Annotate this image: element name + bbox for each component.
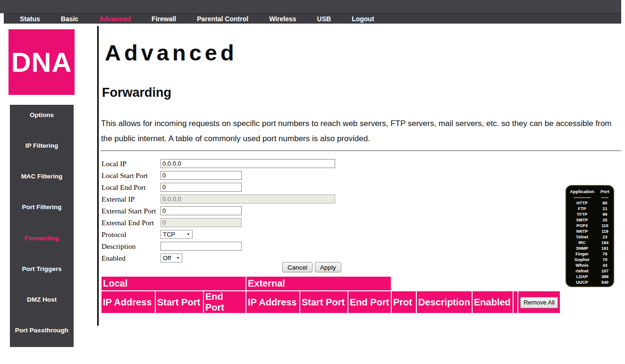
sidebar-item-mac-filtering[interactable]: MAC Filtering (10, 173, 74, 180)
sidebar-item-forwarding[interactable]: Forwarding (10, 235, 74, 242)
port-ref-row: POP3110 (566, 223, 613, 229)
dna-logo-text: DNA (11, 46, 72, 78)
sidebar-item-port-triggers[interactable]: Port Triggers (10, 265, 74, 272)
sidebar-item-options[interactable]: Options (10, 111, 74, 119)
nav-item-wireless[interactable]: Wireless (269, 15, 296, 23)
local-ip-label: Local IP (101, 160, 160, 168)
protocol-select-value: TCP (163, 231, 175, 238)
external-ip-label: External IP (101, 195, 160, 203)
col-header-local-ip: IP Address (101, 291, 155, 313)
sidebar-item-port-filtering[interactable]: Port Filtering (10, 203, 74, 211)
local-end-port-label: Local End Port (101, 183, 160, 192)
router-admin-page: Status Basic Advanced Firewall Parental … (0, 0, 625, 364)
dash-line: ------------ (566, 195, 598, 200)
app-name: UUCP (566, 279, 598, 285)
port-reference-header: Application Port (566, 189, 613, 195)
sidebar-item-dmz-host[interactable]: DMZ Host (10, 296, 74, 303)
external-start-port-label: External Start Port (101, 207, 160, 215)
app-name: NNTP (566, 229, 598, 234)
forwarding-form: Local IP Local Start Port Local End Port… (101, 158, 335, 264)
header-top-bar (0, 0, 621, 13)
col-header-external-end-port: End Port (348, 291, 391, 313)
app-port: 25 (598, 217, 612, 223)
external-end-port-input (160, 218, 242, 227)
col-header-external-start-port: Start Port (300, 291, 347, 313)
nav-item-logout[interactable]: Logout (352, 15, 374, 23)
chevron-down-icon: ▼ (176, 256, 180, 260)
description-input[interactable] (160, 242, 242, 251)
nav-item-firewall[interactable]: Firewall (152, 15, 176, 23)
form-row: Local End Port (101, 181, 335, 193)
col-header-external-ip: IP Address (246, 291, 299, 313)
header-nav-bar: Status Basic Advanced Firewall Parental … (4, 13, 621, 24)
table-header-row: IP Address Start Port End Port IP Addres… (101, 291, 560, 313)
app-port: 119 (598, 229, 612, 234)
enabled-label: Enabled (101, 254, 160, 262)
port-ref-row: SMTP25 (566, 217, 613, 223)
app-name: Finger (566, 251, 598, 257)
app-port: 23 (598, 234, 612, 240)
form-row: External Start Port (101, 205, 335, 217)
local-end-port-input[interactable] (160, 183, 242, 192)
col-header-prot: Prot (392, 291, 416, 313)
col-header-local-end-port: End Port (204, 291, 245, 313)
nav-item-parental-control[interactable]: Parental Control (197, 15, 248, 23)
protocol-select[interactable]: TCP ▼ (160, 230, 193, 239)
external-ip-input (160, 195, 335, 203)
app-name: FTP (566, 206, 598, 212)
nav-item-basic[interactable]: Basic (61, 15, 78, 23)
app-port: 107 (598, 268, 612, 274)
port-ref-row: FTP21 (566, 206, 613, 212)
col-header-description: Description (417, 291, 472, 313)
form-actions: Cancel Apply (282, 262, 341, 272)
enabled-select[interactable]: Off ▼ (160, 254, 182, 262)
col-header-enabled: Enabled (473, 291, 513, 313)
remove-all-button[interactable]: Remove All (520, 297, 558, 308)
port-reference-box: Application Port ------------ ----- HTTP… (566, 185, 614, 287)
page-title: Advanced (105, 40, 237, 66)
external-start-port-input[interactable] (160, 206, 242, 215)
page-subtitle: Forwarding (102, 85, 171, 100)
dna-logo: DNA (8, 29, 75, 95)
app-port: 540 (598, 279, 612, 285)
group-header-external: External (246, 277, 391, 290)
col-header-local-start-port: Start Port (156, 291, 203, 313)
local-ip-input[interactable] (160, 159, 335, 168)
port-ref-row: HTTP80 (566, 200, 613, 206)
form-row: External IP (101, 193, 335, 205)
port-ref-row: UUCP540 (566, 279, 613, 285)
app-name: Whois (566, 262, 598, 268)
sidebar-item-ip-filtering[interactable]: IP Filtering (10, 142, 74, 149)
app-port: 161 (598, 245, 612, 251)
cancel-button[interactable]: Cancel (282, 262, 312, 272)
local-start-port-input[interactable] (160, 171, 242, 180)
remove-all-cell: Remove All (518, 291, 560, 313)
app-name: Gopher (566, 257, 598, 262)
group-header-local: Local (101, 277, 245, 290)
page-description: This allows for incoming requests on spe… (101, 116, 621, 146)
form-row: Protocol TCP ▼ (101, 229, 335, 240)
port-ref-row: IRC194 (566, 240, 613, 245)
app-name: Telnet (566, 234, 598, 240)
form-row: Local IP (101, 158, 335, 169)
form-row: Description (101, 240, 335, 252)
port-ref-header-port: Port (598, 189, 612, 195)
app-port: 389 (598, 274, 612, 279)
port-ref-row: Finger79 (566, 251, 613, 257)
app-port: 69 (598, 212, 612, 217)
protocol-label: Protocol (101, 230, 160, 239)
chevron-down-icon: ▼ (186, 232, 190, 237)
sidebar-item-port-passthrough[interactable]: Port Passthrough (10, 327, 74, 334)
app-port: 80 (598, 200, 612, 206)
port-ref-row: Whois43 (566, 262, 613, 268)
nav-item-usb[interactable]: USB (317, 15, 331, 23)
description-label: Description (101, 242, 160, 251)
app-name: TFTP (566, 212, 598, 217)
content-divider-line (97, 26, 99, 326)
port-ref-header-application: Application (566, 189, 598, 195)
apply-button[interactable]: Apply (315, 262, 341, 272)
nav-item-advanced[interactable]: Advanced (99, 15, 131, 23)
nav-item-status[interactable]: Status (20, 15, 40, 23)
app-name: SMTP (566, 217, 598, 223)
form-row: External End Port (101, 217, 335, 229)
